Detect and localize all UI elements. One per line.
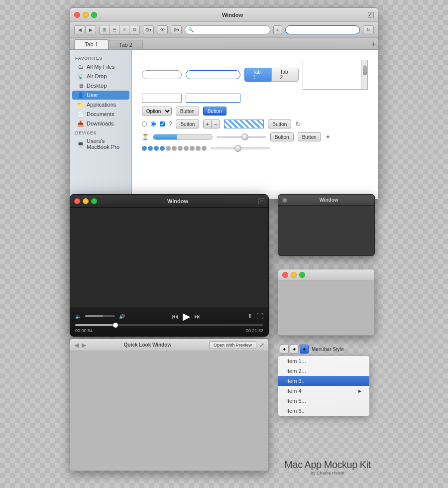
color-dot-2[interactable]	[148, 146, 153, 151]
scrollbar-vertical[interactable]	[361, 60, 367, 89]
view-mode-group: ⊞ ☰ ⫴ ⧉	[99, 25, 140, 35]
close-button[interactable]	[74, 12, 80, 18]
radio-2[interactable]	[151, 122, 156, 126]
action-button[interactable]: ⚙▾	[171, 25, 182, 34]
gray-minimize-button[interactable]	[291, 272, 297, 278]
button-2[interactable]: Button	[203, 107, 226, 116]
video-controls: 🔈 🔊 ⏮ ▶ ⏭ ⬆ ⛶ 00:00:54 -00:21:32	[70, 307, 268, 336]
sidebar-item-macbook[interactable]: 💻 Users's MacBook Pro	[72, 137, 129, 151]
menu-item-4[interactable]: Item 4 ▶	[278, 386, 369, 396]
video-minimize-button[interactable]	[83, 198, 89, 204]
video-close-button[interactable]	[74, 198, 80, 204]
menu-item-3[interactable]: Item 3..	[278, 376, 369, 386]
sidebar-item-airdrop[interactable]: 📡 Air Drop	[72, 72, 129, 81]
sidebar-item-desktop[interactable]: 🖥 Desktop	[72, 81, 129, 90]
gray-maximize-button[interactable]	[299, 272, 305, 278]
menubar-icon-1[interactable]: ✦	[280, 345, 289, 354]
resize-icon[interactable]: ⤢	[368, 12, 374, 18]
eye-button[interactable]: 👁	[157, 25, 168, 34]
color-dot-10[interactable]	[196, 146, 201, 151]
list-view-button[interactable]: ☰	[110, 25, 119, 34]
volume-slider[interactable]	[85, 315, 115, 317]
checkbox-1[interactable]	[160, 122, 165, 126]
video-progress-thumb[interactable]	[113, 323, 118, 328]
search-input-2[interactable]	[186, 70, 240, 79]
ql-next-button[interactable]: ▶	[82, 342, 86, 349]
secondary-search[interactable]	[285, 25, 360, 34]
button-3[interactable]: Button	[176, 120, 199, 128]
back-button[interactable]: ◀	[74, 25, 85, 34]
content-tab-1[interactable]: Tab 1	[244, 68, 272, 82]
scrollbar-thumb[interactable]	[363, 65, 367, 75]
video-progress-track[interactable]	[75, 324, 263, 326]
color-dot-1[interactable]	[142, 146, 147, 151]
button-4[interactable]: Button	[268, 120, 291, 128]
sidebar-item-applications[interactable]: 📁 Applications	[72, 100, 129, 109]
fullscreen-button[interactable]: ⛶	[256, 312, 263, 320]
color-dot-11[interactable]	[202, 146, 207, 151]
maximize-button[interactable]	[91, 12, 97, 18]
menu-item-5[interactable]: Item 5...	[278, 396, 369, 406]
tab-1[interactable]: Tab 1	[74, 39, 109, 49]
sidebar-item-downloads[interactable]: 📥 Downloads	[72, 119, 129, 128]
slider-1[interactable]	[217, 134, 266, 140]
play-button[interactable]: ▶	[183, 310, 190, 322]
color-dot-4[interactable]	[160, 146, 165, 151]
fast-forward-button[interactable]: ⏭	[194, 312, 201, 320]
menu-item-5-label: Item 5...	[286, 398, 306, 404]
search-bar[interactable]: 🔍	[185, 25, 270, 34]
export-button[interactable]: ⬆	[247, 313, 252, 320]
text-input-1[interactable]	[142, 94, 182, 103]
tab-2[interactable]: Tab 2	[109, 40, 143, 49]
ql-prev-button[interactable]: ◀	[74, 342, 79, 349]
radio-1[interactable]	[142, 122, 147, 126]
new-tab-button[interactable]: +	[371, 40, 376, 48]
stepper-decrement[interactable]: −	[212, 120, 220, 128]
button-6[interactable]: Button	[298, 132, 321, 141]
fullscreen-icon[interactable]: ⤢	[258, 198, 264, 204]
sidebar-item-all-files[interactable]: 🗂 All My Files	[72, 62, 129, 71]
color-dot-5[interactable]	[166, 146, 171, 151]
color-dot-3[interactable]	[154, 146, 159, 151]
stepper-increment[interactable]: +	[204, 120, 212, 128]
sidebar-label-macbook: Users's MacBook Pro	[87, 138, 124, 150]
minimize-button[interactable]	[83, 12, 89, 18]
content-tab-2[interactable]: Tab 2	[271, 68, 299, 82]
color-dot-9[interactable]	[190, 146, 195, 151]
slider-thumb-1[interactable]	[241, 133, 248, 140]
column-view-button[interactable]: ⫴	[119, 25, 129, 34]
menubar-icon-3[interactable]: ✦	[300, 345, 309, 354]
color-dot-6[interactable]	[172, 146, 177, 151]
button-5[interactable]: Button	[270, 132, 294, 141]
open-with-preview-button[interactable]: Open With Preview	[209, 341, 256, 349]
ql-fullscreen-button[interactable]: ⤢	[259, 342, 264, 349]
color-dot-7[interactable]	[178, 146, 183, 151]
menu-item-2[interactable]: Item 2...	[278, 366, 369, 376]
button-1[interactable]: Button	[176, 107, 199, 116]
quicklook-titlebar: ◀ ▶ Quick Look Window Open With Preview …	[70, 339, 268, 351]
sidebar-item-documents[interactable]: 📄 Documents	[72, 110, 129, 119]
slider-2[interactable]	[211, 145, 270, 151]
arrange-button[interactable]: ⊞▾	[143, 25, 154, 34]
rewind-button[interactable]: ⏮	[172, 312, 179, 320]
forward-button[interactable]: ▶	[85, 25, 96, 34]
search-input-1[interactable]	[142, 70, 182, 79]
dark-close-button[interactable]	[282, 198, 287, 203]
sidebar-item-user[interactable]: 👤 User	[72, 91, 129, 100]
video-titlebar: Window ⤢	[70, 195, 268, 208]
menu-item-1[interactable]: Item 1...	[278, 356, 369, 366]
refresh-button[interactable]: ↻	[363, 25, 374, 34]
spinner-icon[interactable]: ↻	[295, 120, 301, 128]
menubar-icon-2[interactable]: ✦	[290, 345, 299, 354]
icon-view-button[interactable]: ⊞	[100, 25, 110, 34]
gray-close-button[interactable]	[282, 272, 288, 278]
cover-view-button[interactable]: ⧉	[129, 25, 139, 34]
menu-item-6[interactable]: Item 6..	[278, 406, 369, 416]
devices-section-label: DEVICES	[70, 128, 131, 136]
add-tab-button[interactable]: +	[273, 25, 282, 34]
text-input-2[interactable]	[186, 94, 240, 103]
slider-thumb-2[interactable]	[234, 145, 241, 152]
video-maximize-button[interactable]	[91, 198, 97, 204]
color-dot-8[interactable]	[184, 146, 189, 151]
option-select[interactable]: Option	[142, 107, 172, 116]
